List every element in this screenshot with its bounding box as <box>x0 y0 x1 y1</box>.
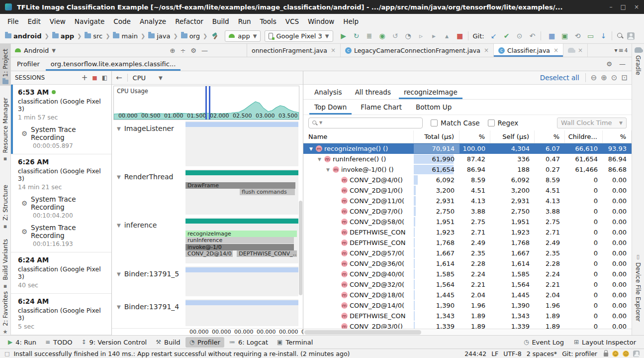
build-hammer-icon[interactable] <box>212 32 219 39</box>
menu-edit[interactable]: Edit <box>23 15 45 27</box>
trace-span-drawframe[interactable]: DrawFrame <box>185 182 295 189</box>
table-row[interactable]: ▼mrecognizeImage() ()70,914100.004,3046.… <box>303 143 632 154</box>
breadcrumb-main[interactable]: main <box>112 32 138 40</box>
session-item[interactable]: 6:24 AMclassification (Google Pixel 3)5 … <box>11 294 111 335</box>
run-tasks-icon[interactable]: ≣ <box>364 30 375 41</box>
stop-session-icon[interactable]: ■ <box>92 75 97 81</box>
table-row[interactable]: mCONV_2D@36/0(1,6142.281,6142.2800.00 <box>303 258 632 269</box>
project-structure-icon[interactable]: ▦ <box>547 30 557 41</box>
back-arrow-icon[interactable]: ← <box>116 73 122 82</box>
zoom-out-icon[interactable]: ⊖ <box>591 73 597 82</box>
file-tab[interactable]: × <box>563 44 588 57</box>
horizontal-scrollbar[interactable] <box>303 329 632 335</box>
column-header-6[interactable]: % <box>603 130 632 143</box>
trace-span-runinference[interactable]: runInference <box>185 237 294 243</box>
zoom-to-selection-icon[interactable]: ⊡ <box>621 73 628 82</box>
menu-help[interactable]: Help <box>339 15 363 27</box>
table-row[interactable]: mCONV_2D@40/0(1,5852.241,5852.2400.00 <box>303 269 632 279</box>
chevron-down-icon[interactable]: ▼ <box>117 223 121 228</box>
toolwindow-event-log[interactable]: ◷Event Log <box>520 337 568 348</box>
table-row[interactable]: mCONV_2D@58/0(1,9512.751,9512.7500.00 <box>303 217 632 227</box>
tool-strip-z--structure[interactable]: Z: Structure▪ <box>0 166 10 231</box>
breadcrumb-android[interactable]: android <box>4 32 42 40</box>
profile-icon[interactable]: ◔ <box>403 30 414 41</box>
thread-track[interactable] <box>185 266 298 296</box>
menu-navigate[interactable]: Navigate <box>70 15 109 27</box>
column-header-0[interactable]: Name <box>303 130 414 143</box>
search-everywhere-icon[interactable] <box>615 30 626 41</box>
reset-zoom-icon[interactable]: ⊙ <box>611 73 618 82</box>
tab-recognizeimage[interactable]: recognizeImage <box>399 85 462 99</box>
table-row[interactable]: mCONV_2D@18/0(1,4452.041,4452.0400.00 <box>303 290 632 300</box>
update-project-icon[interactable]: ↙ <box>488 30 499 41</box>
file-tab[interactable]: cClassifier.java× <box>494 44 563 57</box>
trace-span-depthwise-conv----[interactable]: DEPTHWISE_CONV_... <box>237 250 296 257</box>
close-icon[interactable]: × <box>553 47 558 54</box>
collapse-all-icon[interactable]: ÷ <box>180 47 185 54</box>
file-tab[interactable]: onnectionFragment.java× <box>247 44 341 57</box>
session-item[interactable]: 6:24 AMclassification (Google Pixel 3)40… <box>11 252 111 294</box>
apply-code-changes-icon[interactable]: ↺ <box>390 30 401 41</box>
scrollbar-thumb[interactable] <box>304 330 421 335</box>
session-item[interactable]: 6:53 AMclassification (Google Pixel 3)1 … <box>11 85 111 154</box>
chevron-down-icon[interactable]: ▼ <box>117 304 121 310</box>
toolwindow-4--run[interactable]: ▶4: Run <box>4 337 40 348</box>
menu-build[interactable]: Build <box>208 15 234 27</box>
table-row[interactable]: mCONV_2D@7/0()2,7503.882,7503.8800.00 <box>303 206 632 217</box>
stage-select[interactable]: CPU ▼ <box>133 74 163 82</box>
tab-all-threads[interactable]: All threads <box>350 85 396 99</box>
device-manager-icon[interactable]: ▭ <box>585 30 596 41</box>
expand-arrow-icon[interactable]: ▼ <box>317 157 322 162</box>
profiler-session-tab[interactable]: org.tensorflow.lite.examples.classific..… <box>46 57 181 71</box>
thread-row-binder-13791-4[interactable]: ▼Binder:13791_4 <box>112 299 303 328</box>
clock-mode-select[interactable]: Wall Clock Time ▼ <box>557 118 627 128</box>
breadcrumb-src[interactable]: src <box>84 32 103 40</box>
stop-icon[interactable]: ■ <box>455 30 465 41</box>
close-icon[interactable]: × <box>578 47 583 54</box>
table-row[interactable]: mCONV_2D@14/0(1,3901.961,3901.9600.00 <box>303 300 632 311</box>
inspector-profile-icon[interactable] <box>633 351 640 357</box>
gear-icon[interactable]: ⚙ <box>606 60 612 68</box>
status-item[interactable]: 2 spaces* <box>524 350 559 358</box>
expand-arrow-icon[interactable]: ▼ <box>308 146 314 151</box>
recording-item[interactable]: ⚙System Trace Recording00:01:16.193 <box>18 224 107 247</box>
column-header-2[interactable]: % <box>460 130 490 143</box>
menu-analyze[interactable]: Analyze <box>135 15 171 27</box>
breadcrumb-java[interactable]: java <box>147 32 171 40</box>
table-row[interactable]: mDEPTHWISE_CON1,3431.891,3431.8900.00 <box>303 311 632 321</box>
profile-avatar[interactable] <box>626 30 637 41</box>
breadcrumb-org[interactable]: org <box>180 32 201 40</box>
recording-item[interactable]: ⚙System Trace Recording00:10:04.200 <box>18 195 107 219</box>
table-row[interactable]: mCONV_2D@32/0(1,5642.211,5642.2100.00 <box>303 279 632 290</box>
selection-handle-right[interactable] <box>209 86 210 119</box>
show-history-icon[interactable]: ⊙ <box>514 30 525 41</box>
toolwindow-build[interactable]: ⚒Build <box>152 337 184 348</box>
tool-strip-resource-manager[interactable]: Resource Manager▪ <box>0 88 10 163</box>
table-row[interactable]: mDEPTHWISE_CON1,9232.711,9232.7100.00 <box>303 227 632 238</box>
trace-span-invoke--1-0[interactable]: invoke@-1/0 <box>185 244 294 250</box>
menu-file[interactable]: File <box>3 15 23 27</box>
menu-run[interactable]: Run <box>234 15 256 27</box>
thread-track[interactable] <box>185 121 298 166</box>
thread-track[interactable]: recognizeImagerunInferenceinvoke@-1/0CON… <box>185 218 298 263</box>
regex-checkbox[interactable]: Regex <box>488 119 519 127</box>
debug-icon[interactable]: ◉ <box>377 30 388 41</box>
menu-vcs[interactable]: VCS <box>281 15 303 27</box>
trace-span-recognizeimage[interactable]: recognizeImage <box>185 231 297 237</box>
table-row[interactable]: mCONV_2D@4/0()6,0928.596,0928.5900.00 <box>303 175 632 185</box>
menu-refactor[interactable]: Refactor <box>171 15 208 27</box>
zoom-in-icon[interactable]: ⊕ <box>601 73 607 82</box>
search-box[interactable]: ▼ <box>308 118 423 128</box>
search-input[interactable] <box>324 119 419 126</box>
table-row[interactable]: mCONV_2D@3/0()1,3391.891,3391.8900.00 <box>303 321 632 329</box>
selection-handle-left[interactable] <box>205 86 207 119</box>
tool-strip-gradle[interactable]: Gradle <box>632 46 644 86</box>
avd-manager-icon[interactable]: ▣ <box>559 30 570 41</box>
session-item[interactable]: 6:26 AMclassification (Google Pixel 3)14… <box>11 154 111 252</box>
column-header-3[interactable]: Self (µs) <box>490 130 535 143</box>
toolwindow-layout-inspector[interactable]: ⊞Layout Inspector <box>570 337 640 348</box>
thread-track[interactable] <box>185 299 298 326</box>
apply-changes-icon[interactable]: ↻ <box>351 30 362 41</box>
menu-window[interactable]: Window <box>303 15 339 27</box>
expand-arrow-icon[interactable]: ▼ <box>325 167 331 172</box>
